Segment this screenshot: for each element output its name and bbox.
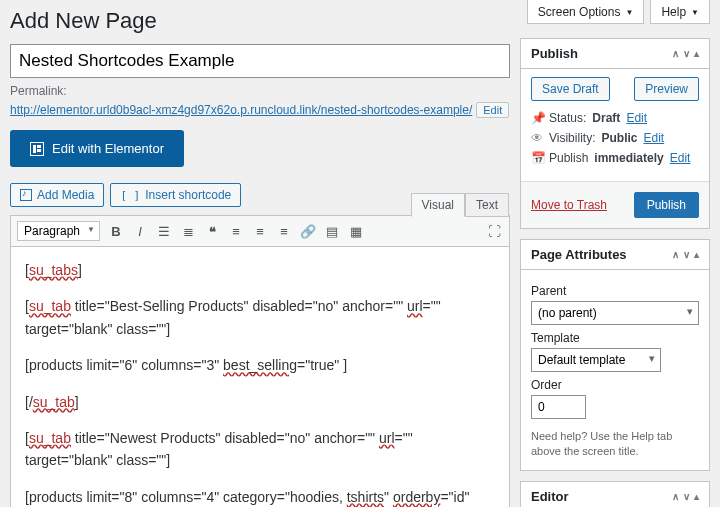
permalink-label: Permalink: xyxy=(10,84,67,98)
pin-icon: 📌 xyxy=(531,111,543,125)
box-toggle-icon[interactable]: ▴ xyxy=(694,48,699,59)
italic-button[interactable]: I xyxy=(129,220,151,242)
permalink-edit-button[interactable]: Edit xyxy=(476,102,509,118)
edit-status-link[interactable]: Edit xyxy=(626,111,647,125)
number-list-button[interactable]: ≣ xyxy=(177,220,199,242)
attrs-help-text: Need help? Use the Help tab above the sc… xyxy=(531,429,699,460)
box-down-icon[interactable]: ∨ xyxy=(683,491,690,502)
readmore-button[interactable]: ▤ xyxy=(321,220,343,242)
parent-select[interactable]: (no parent) xyxy=(531,301,699,325)
fullscreen-button[interactable]: ⛶ xyxy=(483,220,505,242)
bullet-list-button[interactable]: ☰ xyxy=(153,220,175,242)
publish-metabox: Publish ∧∨▴ Save Draft Preview 📌Status: … xyxy=(520,38,710,229)
template-select[interactable]: Default template xyxy=(531,348,661,372)
order-input[interactable] xyxy=(531,395,586,419)
add-media-button[interactable]: Add Media xyxy=(10,183,104,207)
help-button[interactable]: Help▼ xyxy=(650,0,710,24)
editor-wrap: Visual Text Paragraph B I ☰ ≣ ❝ ≡ ≡ ≡ 🔗 … xyxy=(10,215,510,507)
preview-button[interactable]: Preview xyxy=(634,77,699,101)
toolbar-toggle-button[interactable]: ▦ xyxy=(345,220,367,242)
elementor-icon xyxy=(30,142,44,156)
align-center-button[interactable]: ≡ xyxy=(249,220,271,242)
page-attributes-title: Page Attributes xyxy=(531,247,627,262)
media-icon xyxy=(20,189,32,201)
page-title-input[interactable] xyxy=(10,44,510,78)
editor-metabox: Editor ∧∨▴ Switch to block editor xyxy=(520,481,710,507)
page-heading: Add New Page xyxy=(10,0,510,44)
order-label: Order xyxy=(531,378,699,392)
publish-title: Publish xyxy=(531,46,578,61)
template-label: Template xyxy=(531,331,699,345)
tab-visual[interactable]: Visual xyxy=(411,193,465,217)
edit-with-elementor-button[interactable]: Edit with Elementor xyxy=(10,130,184,167)
editor-box-title: Editor xyxy=(531,489,569,504)
publish-button[interactable]: Publish xyxy=(634,192,699,218)
align-right-button[interactable]: ≡ xyxy=(273,220,295,242)
calendar-icon: 📅 xyxy=(531,151,543,165)
insert-shortcode-button[interactable]: [ ]Insert shortcode xyxy=(110,183,241,207)
box-toggle-icon[interactable]: ▴ xyxy=(694,491,699,502)
shortcode-icon: [ ] xyxy=(120,189,140,202)
page-attributes-metabox: Page Attributes ∧∨▴ Parent (no parent) T… xyxy=(520,239,710,471)
edit-visibility-link[interactable]: Edit xyxy=(643,131,664,145)
chevron-down-icon: ▼ xyxy=(691,8,699,17)
blockquote-button[interactable]: ❝ xyxy=(201,220,223,242)
permalink-link[interactable]: http://elementor.urld0b9acl-xmz4gd97x62o… xyxy=(10,103,472,117)
editor-toolbar: Paragraph B I ☰ ≣ ❝ ≡ ≡ ≡ 🔗 ▤ ▦ ⛶ xyxy=(11,216,509,247)
save-draft-button[interactable]: Save Draft xyxy=(531,77,610,101)
permalink-row: Permalink: http://elementor.urld0b9acl-x… xyxy=(10,84,510,118)
edit-schedule-link[interactable]: Edit xyxy=(670,151,691,165)
box-up-icon[interactable]: ∧ xyxy=(672,48,679,59)
eye-icon: 👁 xyxy=(531,131,543,145)
box-up-icon[interactable]: ∧ xyxy=(672,249,679,260)
box-toggle-icon[interactable]: ▴ xyxy=(694,249,699,260)
box-down-icon[interactable]: ∨ xyxy=(683,249,690,260)
link-button[interactable]: 🔗 xyxy=(297,220,319,242)
screen-options-button[interactable]: Screen Options▼ xyxy=(527,0,645,24)
chevron-down-icon: ▼ xyxy=(625,8,633,17)
bold-button[interactable]: B xyxy=(105,220,127,242)
editor-content[interactable]: [[su_tabs]su_tabs] [su_tab title="Best-S… xyxy=(11,247,509,507)
format-select[interactable]: Paragraph xyxy=(17,221,100,241)
move-to-trash-link[interactable]: Move to Trash xyxy=(531,198,607,212)
align-left-button[interactable]: ≡ xyxy=(225,220,247,242)
tab-text[interactable]: Text xyxy=(465,193,509,217)
box-up-icon[interactable]: ∧ xyxy=(672,491,679,502)
box-down-icon[interactable]: ∨ xyxy=(683,48,690,59)
parent-label: Parent xyxy=(531,284,699,298)
